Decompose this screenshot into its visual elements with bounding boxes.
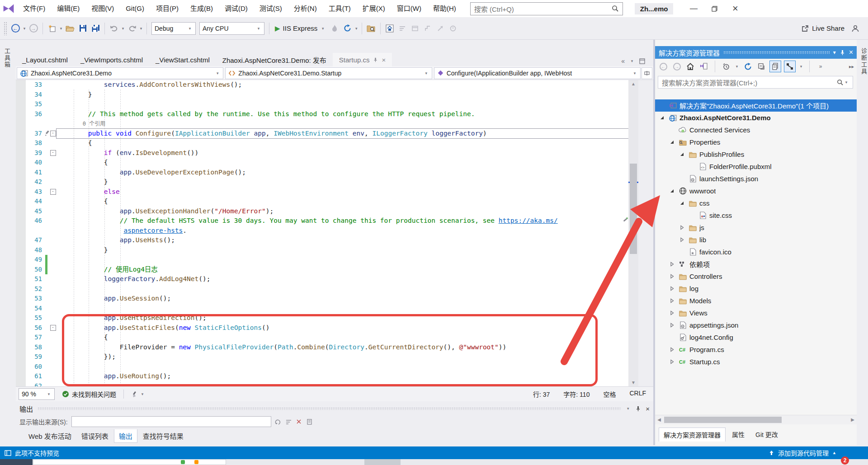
- breakpoint-margin[interactable]: [16, 187, 26, 197]
- refresh-icon[interactable]: [742, 61, 753, 72]
- code-line[interactable]: 39- if (env.IsDevelopment()): [16, 148, 628, 158]
- tree-item[interactable]: Views: [655, 307, 857, 319]
- menu-item-2[interactable]: 编辑(E): [51, 0, 85, 17]
- fold-margin[interactable]: [49, 216, 57, 226]
- tree-item[interactable]: <>FolderProfile.pubxml: [655, 160, 857, 173]
- fold-margin[interactable]: [49, 226, 57, 236]
- breakpoint-margin[interactable]: [16, 197, 26, 207]
- tree-item[interactable]: css: [655, 197, 857, 209]
- sign-in-person-icon[interactable]: [849, 23, 861, 34]
- undo-icon[interactable]: [108, 23, 120, 34]
- code-text[interactable]: [57, 284, 628, 294]
- platform-combo[interactable]: Any CPU▾: [199, 22, 264, 35]
- space-indicator[interactable]: 空格: [603, 390, 616, 399]
- search-icon[interactable]: [837, 79, 844, 86]
- scroll-up-icon[interactable]: ▲: [628, 80, 638, 88]
- fold-margin[interactable]: [49, 177, 57, 187]
- code-text[interactable]: app.UseHsts();: [57, 235, 628, 245]
- collapse-all-icon[interactable]: [756, 61, 767, 72]
- pending-filter-icon[interactable]: [721, 61, 731, 72]
- misc-tool-icon-4[interactable]: [434, 23, 446, 34]
- breakpoint-margin[interactable]: [16, 119, 26, 129]
- code-line[interactable]: 37- public void Configure(IApplicationBu…: [16, 129, 628, 139]
- code-line[interactable]: 50 // 使用Log4日志: [16, 265, 628, 275]
- minimize-button[interactable]: —: [683, 0, 704, 17]
- code-text[interactable]: // 使用Log4日志: [57, 265, 628, 275]
- code-text[interactable]: }: [57, 245, 628, 255]
- right-panel-tab-3[interactable]: Git 更改: [751, 427, 783, 441]
- scrollbar-thumb[interactable]: [630, 164, 637, 254]
- fold-margin[interactable]: [49, 274, 57, 284]
- toolbox-tab[interactable]: 工具箱: [3, 48, 11, 68]
- fold-margin[interactable]: [49, 294, 57, 304]
- tree-item[interactable]: Zhaoxi.AspNetCore31.Demo: [655, 112, 857, 124]
- menu-item-5[interactable]: 项目(P): [150, 0, 184, 17]
- preview-changes-icon[interactable]: [384, 23, 396, 34]
- find-in-files-icon[interactable]: [365, 23, 377, 34]
- misc-tool-icon-3[interactable]: [422, 23, 434, 34]
- code-text[interactable]: public void Configure(IApplicationBuilde…: [57, 129, 628, 139]
- expander-collapsed-icon[interactable]: [669, 310, 675, 316]
- output-source-combo[interactable]: [71, 416, 271, 427]
- code-line[interactable]: 48 }: [16, 245, 628, 255]
- breakpoint-margin[interactable]: [16, 129, 26, 139]
- code-text[interactable]: loggerFactory.AddLog4Net();: [57, 274, 628, 284]
- fold-margin[interactable]: [49, 333, 57, 343]
- chevron-down-icon[interactable]: ▾: [833, 49, 836, 56]
- fold-margin[interactable]: [49, 109, 57, 119]
- code-line[interactable]: 54: [16, 304, 628, 314]
- run-button[interactable]: ▶IIS Express▾: [275, 24, 326, 33]
- chevron-down-icon[interactable]: ▾: [58, 26, 64, 31]
- tree-item[interactable]: PublishProfiles: [655, 148, 857, 160]
- forward-icon[interactable]: →: [671, 61, 682, 72]
- breakpoint-margin[interactable]: [16, 109, 26, 119]
- code-line[interactable]: 45 app.UseExceptionHandler("/Home/Error"…: [16, 207, 628, 216]
- toggle-autoscroll-icon[interactable]: [306, 418, 313, 425]
- drag-grip[interactable]: [723, 51, 830, 54]
- solution-horizontal-scrollbar[interactable]: ◀ ▶: [655, 415, 857, 424]
- chevron-down-icon[interactable]: ▾: [625, 406, 631, 411]
- code-text[interactable]: app.UseExceptionHandler("/Home/Error");: [57, 207, 628, 216]
- code-line[interactable]: 33 services.AddControllersWithViews();: [16, 80, 628, 90]
- hot-reload-icon[interactable]: [329, 23, 340, 34]
- live-share-button[interactable]: Live Share: [801, 24, 844, 33]
- bottom-tab-3[interactable]: 输出: [114, 429, 137, 443]
- breakpoint-margin[interactable]: [16, 216, 26, 226]
- code-line[interactable]: 47 app.UseHsts();: [16, 235, 628, 245]
- navigation-dropdown-2[interactable]: Zhaoxi.AspNetCore31.Demo.Startup▾: [225, 67, 432, 79]
- menu-item-4[interactable]: Git(G): [120, 0, 150, 17]
- new-item-icon[interactable]: [46, 23, 58, 34]
- expander-collapsed-icon[interactable]: [669, 347, 675, 353]
- expander-expanded-icon[interactable]: [679, 151, 685, 158]
- breakpoint-margin[interactable]: [16, 226, 26, 236]
- fold-margin[interactable]: [49, 119, 57, 129]
- wrap-icon[interactable]: [285, 418, 292, 425]
- expander-expanded-icon[interactable]: [669, 139, 675, 146]
- fold-margin[interactable]: -: [49, 323, 57, 333]
- tree-item[interactable]: lib: [655, 234, 857, 246]
- misc-tool-icon-1[interactable]: [396, 23, 408, 34]
- menu-item-12[interactable]: 窗口(W): [391, 0, 427, 17]
- code-text[interactable]: {: [57, 197, 628, 207]
- chevron-down-icon[interactable]: ▾: [22, 26, 27, 31]
- breakpoint-margin[interactable]: [16, 362, 26, 372]
- tree-item[interactable]: Connected Services: [655, 124, 857, 136]
- home-icon[interactable]: [685, 61, 696, 72]
- breakpoint-margin[interactable]: [16, 284, 26, 294]
- menu-item-6[interactable]: 生成(B): [184, 0, 219, 17]
- code-line[interactable]: 38 {: [16, 138, 628, 148]
- code-text[interactable]: {: [57, 158, 628, 168]
- fold-margin[interactable]: [49, 352, 57, 362]
- fold-margin[interactable]: [49, 313, 57, 323]
- breakpoint-margin[interactable]: [16, 265, 26, 275]
- menu-item-10[interactable]: 工具(T): [323, 0, 357, 17]
- fold-margin[interactable]: [49, 207, 57, 216]
- breakpoint-margin[interactable]: [16, 80, 26, 90]
- code-text[interactable]: if (env.IsDevelopment()): [57, 148, 628, 158]
- document-tab-1[interactable]: _Layout.cshtml: [16, 53, 74, 66]
- tree-item[interactable]: Controllers: [655, 270, 857, 282]
- fold-margin[interactable]: -: [49, 187, 57, 197]
- tree-item[interactable]: appsettings.json: [655, 319, 857, 331]
- breakpoint-margin[interactable]: [16, 313, 26, 323]
- tab-list-chevron-icon[interactable]: ▾: [629, 59, 635, 63]
